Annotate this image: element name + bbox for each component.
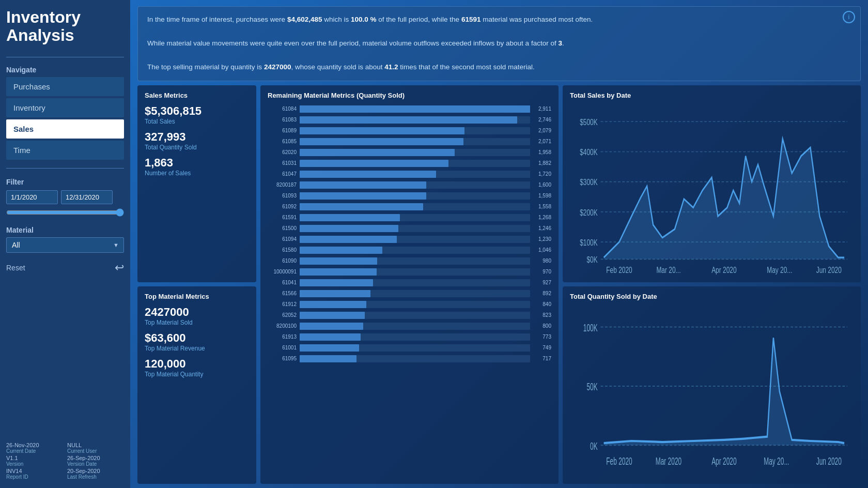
bar-fill <box>300 355 357 362</box>
bar-label: 61913 <box>268 334 300 340</box>
bar-row: 61913 773 <box>268 332 551 342</box>
bar-bg <box>300 214 530 221</box>
top-sold-label: Top Material Sold <box>145 319 249 326</box>
bar-fill <box>300 279 373 286</box>
bar-fill <box>300 116 517 124</box>
bar-row: 61085 2,071 <box>268 137 551 146</box>
bar-label: 61089 <box>268 128 300 133</box>
navigate-label: Navigate <box>6 66 124 74</box>
bar-fill <box>300 160 448 167</box>
bar-fill <box>300 268 377 276</box>
bar-value: 892 <box>533 291 551 296</box>
top-revenue-value: $63,600 <box>145 331 249 345</box>
bar-label: 61580 <box>268 247 300 253</box>
sidebar-item-time[interactable]: Time <box>6 141 124 160</box>
sidebar-item-purchases[interactable]: Purchases <box>6 77 124 96</box>
sidebar: InventoryAnalysis Navigate Purchases Inv… <box>0 0 130 488</box>
bar-value: 1,598 <box>533 193 551 199</box>
bar-row: 8200100 800 <box>268 322 551 331</box>
bar-bg <box>300 192 530 200</box>
bar-bg <box>300 312 530 319</box>
bar-chart-scroll[interactable]: 61084 2,911 61083 2,746 61089 2,079 6108… <box>268 104 551 478</box>
bar-row: 61093 1,598 <box>268 191 551 201</box>
bar-fill <box>300 138 463 145</box>
reset-icon[interactable]: ↩ <box>115 261 124 274</box>
svg-text:100K: 100K <box>583 322 598 334</box>
bar-row: 62052 823 <box>268 311 551 320</box>
summary-line1: In the time frame of interest, purchases… <box>147 14 851 26</box>
bar-fill <box>300 301 366 308</box>
top-material-card: Top Material Metrics 2427000 Top Materia… <box>137 286 256 484</box>
bar-label: 61090 <box>268 258 300 264</box>
bar-row: 61001 749 <box>268 343 551 353</box>
total-sales-svg: $500K $400K $300K $200K $100K $0K Feb 20… <box>570 104 854 277</box>
bar-fill <box>300 127 464 134</box>
bar-bg <box>300 105 530 113</box>
bar-value: 927 <box>533 280 551 285</box>
summary-line2: While material value movements were quit… <box>147 38 851 50</box>
date-end-input[interactable] <box>61 190 113 204</box>
bar-fill <box>300 323 363 330</box>
svg-text:Feb 2020: Feb 2020 <box>606 265 632 274</box>
top-revenue-label: Top Material Revenue <box>145 345 249 352</box>
summary-line3: The top selling material by quantity is … <box>147 62 851 73</box>
current-date-value: 26-Nov-2020 <box>6 442 63 448</box>
bar-label: 61047 <box>268 171 300 177</box>
bar-bg <box>300 301 530 308</box>
sidebar-item-inventory[interactable]: Inventory <box>6 98 124 117</box>
version-date-value: 26-Sep-2020 <box>67 455 124 461</box>
bar-value: 1,600 <box>533 182 551 188</box>
summary-banner: i In the time frame of interest, purchas… <box>137 6 861 81</box>
bar-row: 61092 1,558 <box>268 202 551 211</box>
total-qty-svg: 100K 50K 0K Feb 2020 Mar 2020 Apr 2020 M… <box>570 306 854 478</box>
svg-text:May 20...: May 20... <box>764 455 789 467</box>
num-sales-value: 1,863 <box>145 156 249 170</box>
bar-chart-title: Remaining Material Metrics (Quantity Sol… <box>268 91 551 99</box>
sidebar-item-sales[interactable]: Sales <box>6 119 124 139</box>
bar-value: 749 <box>533 345 551 350</box>
svg-text:$100K: $100K <box>580 238 598 247</box>
bar-bg <box>300 290 530 297</box>
bar-fill <box>300 149 455 156</box>
bar-fill <box>300 344 359 352</box>
bar-row: 61912 840 <box>268 300 551 309</box>
bar-value: 1,230 <box>533 236 551 242</box>
bar-label: 61031 <box>268 160 300 166</box>
bar-label: 61092 <box>268 204 300 209</box>
bar-label: 61085 <box>268 139 300 144</box>
total-qty-label: Total Quantity Sold <box>145 144 249 151</box>
bar-value: 823 <box>533 312 551 318</box>
svg-text:$400K: $400K <box>580 147 598 157</box>
bar-row: 61031 1,882 <box>268 159 551 168</box>
date-start-input[interactable] <box>6 190 58 204</box>
bar-fill <box>300 312 365 319</box>
bar-label: 61566 <box>268 291 300 296</box>
bar-row: 61566 892 <box>268 289 551 298</box>
bar-row: 61047 1,720 <box>268 170 551 179</box>
bar-fill <box>300 192 426 200</box>
bar-row: 8200187 1,600 <box>268 180 551 190</box>
bar-fill <box>300 105 530 113</box>
bar-bg <box>300 127 530 134</box>
bar-bg <box>300 149 530 156</box>
bar-label: 62020 <box>268 149 300 155</box>
top-qty-value: 120,000 <box>145 357 249 371</box>
material-select[interactable]: All <box>6 237 124 253</box>
bar-value: 1,046 <box>533 247 551 253</box>
total-qty-chart-card: Total Quantity Sold by Date 100K 50K 0K … <box>563 286 861 484</box>
bar-value: 1,268 <box>533 215 551 220</box>
svg-text:Jun 2020: Jun 2020 <box>816 455 842 467</box>
bar-label: 61094 <box>268 236 300 242</box>
svg-text:Jun 2020: Jun 2020 <box>816 265 842 274</box>
date-range-slider[interactable] <box>6 208 124 217</box>
bar-bg <box>300 138 530 145</box>
bar-bg <box>300 225 530 232</box>
bar-bg <box>300 171 530 178</box>
bar-row: 61094 1,230 <box>268 235 551 244</box>
info-icon[interactable]: i <box>843 11 855 23</box>
bar-bg <box>300 323 530 330</box>
bar-row: 61580 1,046 <box>268 246 551 255</box>
sales-metrics-card: Sales Metrics $5,306,815 Total Sales 327… <box>137 85 256 283</box>
bar-row: 61041 927 <box>268 278 551 287</box>
bar-label: 61083 <box>268 117 300 123</box>
